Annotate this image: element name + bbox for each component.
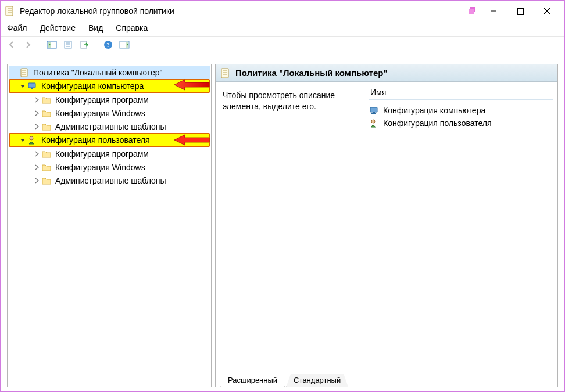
expander-icon[interactable] [32, 178, 41, 184]
expander-icon[interactable] [32, 110, 41, 116]
expander-icon[interactable] [32, 124, 41, 130]
svg-rect-37 [373, 112, 375, 113]
tab-standard[interactable]: Стандартный [286, 374, 348, 387]
help-button[interactable]: ? [101, 38, 115, 52]
tree-item[interactable]: Конфигурация Windows [9, 106, 210, 120]
details-pane: Политика "Локальный компьютер" Чтобы про… [215, 64, 558, 387]
tree-label: Конфигурация Windows [55, 163, 145, 172]
svg-rect-32 [221, 69, 228, 78]
tree-item[interactable]: Административные шаблоны [9, 174, 210, 187]
details-header: Политика "Локальный компьютер" [216, 64, 557, 82]
column-header-name[interactable]: Имя [369, 88, 553, 100]
details-tabs: Расширенный Стандартный [216, 371, 557, 387]
list-item-label: Конфигурация пользователя [383, 118, 492, 128]
svg-text:?: ? [106, 41, 110, 48]
filter-options-button[interactable] [117, 38, 131, 52]
tree-label: Конфигурация компьютера [41, 81, 144, 91]
computer-config-icon [369, 105, 380, 116]
close-button[interactable] [534, 2, 560, 20]
user-config-icon [369, 118, 380, 128]
tree-pane[interactable]: Политика "Локальный компьютер" Конфигура… [7, 64, 212, 387]
tree-label: Административные шаблоны [55, 122, 166, 131]
svg-rect-28 [30, 89, 34, 89]
svg-rect-0 [6, 6, 13, 16]
details-header-title: Политика "Локальный компьютер" [235, 68, 388, 78]
tree-label: Административные шаблоны [55, 176, 166, 185]
tree-item[interactable]: Конфигурация Windows [9, 160, 210, 174]
tree-label: Конфигурация программ [55, 149, 149, 159]
toolbar-divider [96, 38, 96, 51]
svg-rect-27 [31, 88, 33, 89]
menubar: Файл Действие Вид Справка [1, 21, 564, 36]
description-text: Чтобы просмотреть описание элемента, выд… [216, 82, 364, 371]
titlebar: Редактор локальной групповой политики [1, 1, 564, 21]
tree-item[interactable]: Административные шаблоны [9, 120, 210, 133]
expander-icon[interactable] [18, 83, 27, 89]
expander-icon[interactable] [18, 137, 27, 143]
expander-icon[interactable] [32, 151, 41, 157]
list-item-label: Конфигурация компьютера [383, 106, 485, 115]
svg-rect-36 [370, 107, 377, 112]
minimize-button[interactable] [480, 2, 507, 20]
tree-label: Политика "Локальный компьютер" [33, 68, 163, 77]
menu-action[interactable]: Действие [40, 23, 76, 33]
tree-label: Конфигурация пользователя [41, 135, 150, 145]
toolbar: ? [1, 36, 564, 53]
list-item[interactable]: Конфигурация пользователя [369, 117, 553, 130]
expander-icon[interactable] [32, 97, 41, 103]
gpedit-doc-icon [220, 68, 231, 78]
tree-label: Конфигурация программ [55, 95, 149, 105]
tree-label: Конфигурация Windows [55, 109, 145, 118]
svg-rect-5 [469, 9, 474, 14]
menu-file[interactable]: Файл [7, 23, 27, 33]
back-button[interactable] [5, 38, 19, 52]
folder-icon [41, 162, 52, 172]
gpedit-app-icon [5, 6, 15, 16]
gpedit-doc-icon [19, 67, 30, 78]
details-list[interactable]: Имя Конфигурация компьютера Конфигурация… [364, 82, 557, 371]
window-controls [480, 2, 560, 20]
overlay-squares-icon [467, 6, 478, 16]
tab-extended[interactable]: Расширенный [220, 373, 285, 387]
tree-item-user-config[interactable]: Конфигурация пользователя [9, 133, 210, 147]
forward-button[interactable] [21, 38, 35, 52]
svg-rect-38 [371, 113, 376, 114]
export-list-button[interactable] [77, 38, 91, 52]
folder-icon [41, 121, 52, 132]
toolbar-divider [40, 38, 40, 51]
computer-config-icon [27, 81, 38, 91]
expander-icon[interactable] [32, 164, 41, 170]
folder-icon [41, 108, 52, 118]
list-item[interactable]: Конфигурация компьютера [369, 104, 553, 117]
tree-item-computer-config[interactable]: Конфигурация компьютера [9, 79, 210, 93]
show-hide-tree-button[interactable] [45, 38, 59, 52]
folder-icon [41, 149, 52, 159]
svg-point-29 [30, 136, 33, 140]
folder-icon [41, 95, 52, 105]
tree-item[interactable]: Конфигурация программ [9, 147, 210, 160]
folder-icon [41, 175, 52, 186]
tree-root[interactable]: Политика "Локальный компьютер" [9, 66, 210, 79]
maximize-button[interactable] [507, 2, 534, 20]
window-title: Редактор локальной групповой политики [20, 6, 467, 16]
svg-point-39 [371, 120, 375, 123]
tree-item[interactable]: Конфигурация программ [9, 93, 210, 106]
policy-tree: Политика "Локальный компьютер" Конфигура… [8, 64, 211, 189]
menu-view[interactable]: Вид [88, 23, 103, 33]
menu-help[interactable]: Справка [116, 23, 148, 33]
properties-button[interactable] [61, 38, 75, 52]
user-config-icon [27, 135, 38, 145]
main-area: Политика "Локальный компьютер" Конфигура… [7, 64, 558, 387]
svg-rect-26 [28, 83, 35, 88]
